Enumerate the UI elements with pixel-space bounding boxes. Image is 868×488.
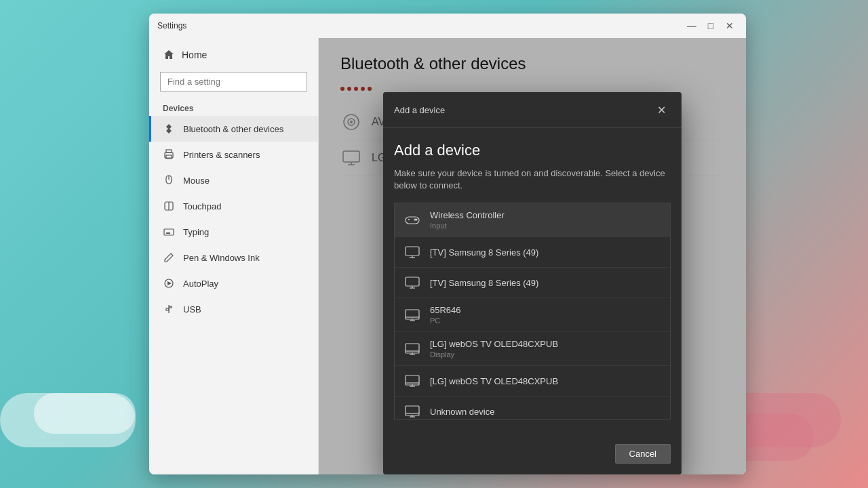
sidebar: Home Devices Bluetooth & other devices P… <box>149 38 319 474</box>
wireless-controller-sub: Input <box>430 222 505 230</box>
tv-samsung-2-name: [TV] Samsung 8 Series (49) <box>430 278 538 288</box>
svg-rect-46 <box>406 406 419 415</box>
svg-marker-13 <box>167 281 172 285</box>
modal-description: Make sure your device is turned on and d… <box>394 167 671 192</box>
sidebar-item-label-mouse: Mouse <box>183 176 210 186</box>
modal-body: Add a device Make sure your device is tu… <box>383 128 682 439</box>
wireless-controller-name: Wireless Controller <box>430 210 505 220</box>
pc-65r646-name: 65R646 <box>430 305 461 315</box>
device-list-item-unknown[interactable]: Unknown device <box>395 396 670 420</box>
devices-section-label: Devices <box>149 97 318 116</box>
window-controls: — □ ✕ <box>684 19 738 33</box>
modal-overlay: Add a device ✕ Add a device Make sure yo… <box>319 38 746 474</box>
modal-header-title: Add a device <box>394 105 445 115</box>
svg-rect-31 <box>406 277 419 286</box>
bluetooth-icon <box>163 123 175 135</box>
typing-icon <box>163 226 175 238</box>
lg-webos-2-info: [LG] webOS TV OLED48CXPUB <box>430 376 558 386</box>
settings-window: Settings — □ ✕ Home Devices <box>149 14 746 474</box>
printers-icon <box>163 148 175 161</box>
svg-rect-16 <box>170 306 172 308</box>
add-device-modal: Add a device ✕ Add a device Make sure yo… <box>383 92 682 474</box>
sidebar-item-label-typing: Typing <box>183 227 209 237</box>
sidebar-item-label-autoplay: AutoPlay <box>183 279 218 289</box>
mouse-icon <box>163 174 175 186</box>
usb-icon <box>163 303 175 315</box>
tv-samsung-2-info: [TV] Samsung 8 Series (49) <box>430 278 538 288</box>
search-input[interactable] <box>160 72 307 92</box>
modal-close-button[interactable]: ✕ <box>652 100 671 119</box>
svg-rect-28 <box>406 247 419 256</box>
tv-samsung-1-icon <box>404 244 420 260</box>
sidebar-items-container: Bluetooth & other devices Printers & sca… <box>149 116 318 322</box>
pc-65r646-sub: PC <box>430 317 461 325</box>
window-title: Settings <box>157 21 186 30</box>
sidebar-item-printers[interactable]: Printers & scanners <box>149 142 318 167</box>
sidebar-item-touchpad[interactable]: Touchpad <box>149 193 318 219</box>
unknown-name: Unknown device <box>430 407 494 417</box>
device-list-item-pc-65r646[interactable]: 65R646 PC <box>395 298 670 332</box>
lg-webos-1-name: [LG] webOS TV OLED48CXPUB <box>430 339 558 349</box>
wireless-controller-info: Wireless Controller Input <box>430 210 505 230</box>
lg-webos-1-sub: Display <box>430 350 558 359</box>
svg-point-27 <box>416 219 417 220</box>
title-bar: Settings — □ ✕ <box>149 14 746 38</box>
lg-webos-1-icon <box>404 341 420 357</box>
tv-samsung-2-icon <box>404 274 420 291</box>
sidebar-item-label-touchpad: Touchpad <box>183 201 221 211</box>
device-list: Wireless Controller Input [TV] Samsung 8… <box>394 203 671 420</box>
touchpad-icon <box>163 200 175 212</box>
home-label: Home <box>182 49 207 60</box>
modal-header: Add a device ✕ <box>383 92 682 128</box>
device-list-item-lg-webos-2[interactable]: [LG] webOS TV OLED48CXPUB <box>395 366 670 396</box>
unknown-info: Unknown device <box>430 407 494 417</box>
cloud-decoration-2 <box>34 393 136 434</box>
sidebar-item-label-bluetooth: Bluetooth & other devices <box>183 124 283 134</box>
modal-title: Add a device <box>394 142 671 159</box>
svg-rect-1 <box>166 150 172 152</box>
unknown-icon <box>404 403 420 420</box>
autoplay-icon <box>163 277 175 289</box>
main-content: Bluetooth & other devices <box>319 38 746 474</box>
svg-rect-34 <box>406 310 419 319</box>
sidebar-item-bluetooth[interactable]: Bluetooth & other devices <box>149 116 318 142</box>
sidebar-item-mouse[interactable]: Mouse <box>149 167 318 193</box>
tv-samsung-1-name: [TV] Samsung 8 Series (49) <box>430 247 538 258</box>
svg-rect-42 <box>406 375 419 385</box>
pen-icon <box>163 251 175 264</box>
device-list-item-tv-samsung-1[interactable]: [TV] Samsung 8 Series (49) <box>395 237 670 268</box>
wireless-controller-icon <box>404 212 420 228</box>
lg-webos-1-info: [LG] webOS TV OLED48CXPUB Display <box>430 339 558 359</box>
lg-webos-2-icon <box>404 373 420 389</box>
svg-rect-7 <box>164 229 174 235</box>
sidebar-item-pen[interactable]: Pen & Windows Ink <box>149 245 318 270</box>
minimize-button[interactable]: — <box>684 19 700 33</box>
sidebar-item-typing[interactable]: Typing <box>149 219 318 245</box>
sidebar-item-autoplay[interactable]: AutoPlay <box>149 270 318 296</box>
sidebar-item-home[interactable]: Home <box>149 43 318 66</box>
tv-samsung-1-info: [TV] Samsung 8 Series (49) <box>430 247 538 258</box>
device-list-item-lg-webos-1[interactable]: [LG] webOS TV OLED48CXPUB Display <box>395 332 670 366</box>
home-icon <box>163 49 175 61</box>
sidebar-item-label-printers: Printers & scanners <box>183 150 260 160</box>
sidebar-item-usb[interactable]: USB <box>149 296 318 322</box>
close-button[interactable]: ✕ <box>722 19 738 33</box>
window-body: Home Devices Bluetooth & other devices P… <box>149 38 746 474</box>
pc-65r646-icon <box>404 307 420 323</box>
svg-rect-38 <box>406 344 419 353</box>
maximize-button[interactable]: □ <box>703 19 719 33</box>
pc-65r646-info: 65R646 PC <box>430 305 461 325</box>
device-list-item-tv-samsung-2[interactable]: [TV] Samsung 8 Series (49) <box>395 268 670 298</box>
sidebar-item-label-usb: USB <box>183 304 201 314</box>
sidebar-item-label-pen: Pen & Windows Ink <box>183 253 260 263</box>
modal-footer: Cancel <box>383 439 682 474</box>
svg-rect-15 <box>166 308 169 310</box>
device-list-item-wireless-controller[interactable]: Wireless Controller Input <box>395 203 670 237</box>
cancel-button[interactable]: Cancel <box>615 444 671 464</box>
lg-webos-2-name: [LG] webOS TV OLED48CXPUB <box>430 376 558 386</box>
